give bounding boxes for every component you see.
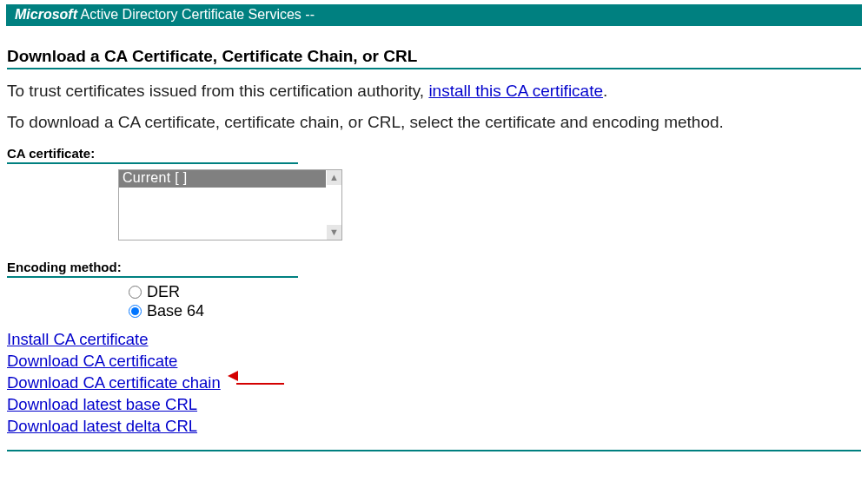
header-bar: Microsoft Active Directory Certificate S…	[6, 4, 862, 26]
encoding-base64-label: Base 64	[147, 302, 204, 320]
download-base-crl-link[interactable]: Download latest base CRL	[7, 394, 197, 416]
download-chain-row: Download CA certificate chain	[7, 372, 861, 394]
ca-cert-label: CA certificate:	[7, 146, 861, 161]
page-title: Download a CA Certificate, Certificate C…	[7, 47, 861, 66]
encoding-der-label: DER	[147, 283, 180, 301]
download-delta-crl-link[interactable]: Download latest delta CRL	[7, 416, 197, 438]
intro1-pre: To trust certificates issued from this c…	[7, 82, 428, 100]
scroll-down-icon[interactable]: ▼	[327, 225, 341, 240]
ca-cert-listbox[interactable]: Current [ ] ▲ ▼	[118, 169, 342, 240]
scroll-up-icon[interactable]: ▲	[327, 170, 341, 185]
action-links: Install CA certificate Download CA certi…	[7, 329, 861, 438]
content-area: Download a CA Certificate, Certificate C…	[0, 26, 868, 469]
ca-cert-rule	[7, 162, 298, 164]
install-ca-link[interactable]: Install CA certificate	[7, 329, 148, 351]
encoding-base64-radio[interactable]	[129, 305, 142, 318]
title-rule	[7, 68, 861, 69]
encoding-der-row[interactable]: DER	[118, 283, 861, 301]
bottom-rule	[7, 450, 861, 451]
intro-trust: To trust certificates issued from this c…	[7, 82, 861, 101]
brand-text: Microsoft	[15, 7, 77, 22]
encoding-label: Encoding method:	[7, 260, 861, 274]
download-ca-cert-link[interactable]: Download CA certificate	[7, 351, 177, 372]
install-ca-inline-link[interactable]: install this CA certificate	[428, 82, 603, 100]
intro1-post: .	[603, 82, 607, 100]
encoding-base64-row[interactable]: Base 64	[118, 302, 861, 320]
product-text: Active Directory Certificate Services --	[77, 7, 315, 22]
download-ca-chain-link[interactable]: Download CA certificate chain	[7, 372, 221, 394]
ca-cert-selected-option[interactable]: Current [ ]	[119, 170, 326, 188]
intro-download: To download a CA certificate, certificat…	[7, 113, 861, 132]
encoding-der-radio[interactable]	[129, 286, 142, 299]
encoding-rule	[7, 276, 298, 278]
highlight-arrow-icon	[236, 375, 284, 391]
